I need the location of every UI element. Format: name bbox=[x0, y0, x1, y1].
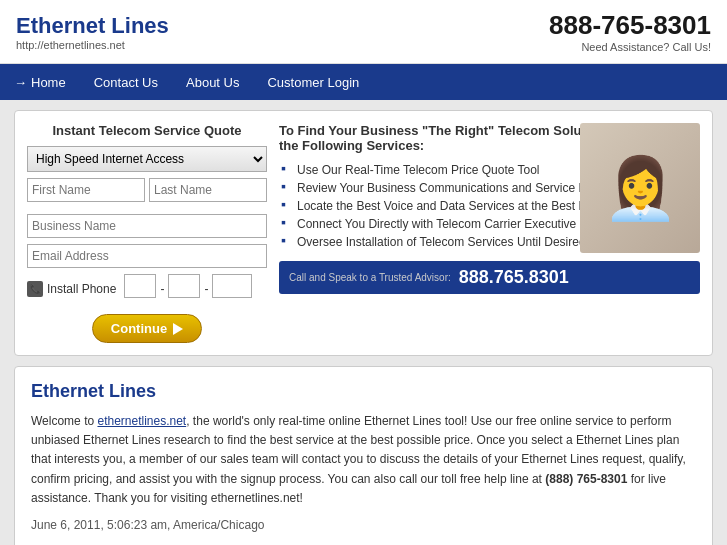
last-name-input[interactable] bbox=[149, 178, 267, 202]
phone-prefix[interactable] bbox=[168, 274, 200, 298]
site-title: Ethernet Lines bbox=[16, 13, 169, 39]
phone-area[interactable] bbox=[124, 274, 156, 298]
phone-dash1: - bbox=[160, 282, 164, 296]
nav-contact[interactable]: Contact Us bbox=[80, 67, 172, 98]
cta-phone: 888.765.8301 bbox=[459, 267, 569, 288]
continue-button[interactable]: Continue bbox=[92, 314, 202, 343]
phone-number[interactable] bbox=[212, 274, 252, 298]
quote-form: Instant Telecom Service Quote High Speed… bbox=[27, 123, 267, 343]
continue-arrow-icon bbox=[173, 323, 183, 335]
phone-row: 📞 Install Phone - - bbox=[27, 274, 267, 304]
about-link[interactable]: ethernetlines.net bbox=[97, 414, 186, 428]
cta-bar: Call and Speak to a Trusted Advisor: 888… bbox=[279, 261, 700, 294]
business-name-input[interactable] bbox=[27, 214, 267, 238]
main-content: Instant Telecom Service Quote High Speed… bbox=[0, 100, 727, 545]
header-left: Ethernet Lines http://ethernetlines.net bbox=[16, 13, 169, 51]
about-phone: (888) 765-8301 bbox=[545, 472, 627, 486]
site-url: http://ethernetlines.net bbox=[16, 39, 169, 51]
phone-icon: 📞 bbox=[27, 281, 43, 297]
nav-contact-label: Contact Us bbox=[94, 75, 158, 90]
nav-about[interactable]: About Us bbox=[172, 67, 253, 98]
about-section: Ethernet Lines Welcome to ethernetlines.… bbox=[14, 366, 713, 545]
quote-person-image bbox=[580, 123, 700, 253]
about-heading: Ethernet Lines bbox=[31, 381, 696, 402]
quote-title: Instant Telecom Service Quote bbox=[27, 123, 267, 138]
navigation: → Home Contact Us About Us Customer Logi… bbox=[0, 64, 727, 100]
continue-label: Continue bbox=[111, 321, 167, 336]
nav-login[interactable]: Customer Login bbox=[253, 67, 373, 98]
service-select[interactable]: High Speed Internet Access bbox=[27, 146, 267, 172]
page-header: Ethernet Lines http://ethernetlines.net … bbox=[0, 0, 727, 64]
header-phone: 888-765-8301 bbox=[549, 10, 711, 41]
nav-login-label: Customer Login bbox=[267, 75, 359, 90]
arrow-icon: → bbox=[14, 75, 27, 90]
nav-about-label: About Us bbox=[186, 75, 239, 90]
nav-home[interactable]: → Home bbox=[0, 67, 80, 98]
quote-info: To Find Your Business "The Right" Teleco… bbox=[279, 123, 700, 343]
header-tagline: Need Assistance? Call Us! bbox=[549, 41, 711, 53]
about-body: Welcome to ethernetlines.net, the world'… bbox=[31, 412, 696, 508]
cta-text: Call and Speak to a Trusted Advisor: bbox=[289, 272, 451, 283]
header-right: 888-765-8301 Need Assistance? Call Us! bbox=[549, 10, 711, 53]
phone-dash2: - bbox=[204, 282, 208, 296]
install-phone-label: Install Phone bbox=[47, 282, 116, 296]
quote-section: Instant Telecom Service Quote High Speed… bbox=[14, 110, 713, 356]
name-row bbox=[27, 178, 267, 208]
first-name-input[interactable] bbox=[27, 178, 145, 202]
about-date: June 6, 2011, 5:06:23 am, America/Chicag… bbox=[31, 516, 696, 535]
nav-home-label: Home bbox=[31, 75, 66, 90]
email-input[interactable] bbox=[27, 244, 267, 268]
